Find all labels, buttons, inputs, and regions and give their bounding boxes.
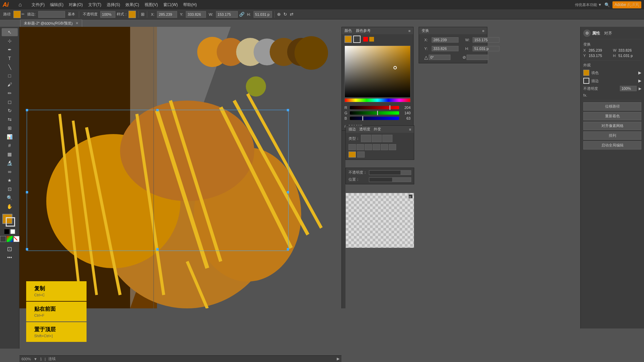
scroll-right-icon[interactable]: ▶ (337, 357, 339, 361)
props-opacity-input[interactable] (620, 86, 637, 91)
stroke-join-bevel[interactable] (389, 144, 396, 150)
btn-sort[interactable]: 排列 (583, 131, 641, 140)
menu-object[interactable]: 对象(O) (66, 1, 85, 8)
props-opacity-expand[interactable]: ▶ (639, 86, 641, 91)
position-slider[interactable] (369, 177, 411, 182)
artboard-icon[interactable]: ⊡ (7, 245, 12, 253)
flip-icon[interactable]: ⇄ (290, 12, 293, 17)
eraser-tool[interactable]: ◻ (2, 98, 18, 106)
preview-close-icon[interactable]: × (409, 194, 413, 198)
color-picker-cursor[interactable] (393, 66, 397, 69)
doc-close-btn[interactable]: ✕ (75, 21, 78, 25)
stroke-input[interactable] (38, 11, 65, 18)
opacity-input[interactable] (100, 11, 115, 18)
h-input[interactable] (254, 11, 272, 18)
color-stroke-swatch[interactable] (353, 36, 361, 43)
scale-tool[interactable]: ⊞ (2, 124, 18, 132)
fill-color-box[interactable] (13, 11, 21, 18)
context-paste-front-btn[interactable]: 贴在前面 Ctrl+F (26, 302, 87, 321)
rotate-tool[interactable]: ↻ (2, 107, 18, 115)
color-warn-icon[interactable] (363, 37, 368, 42)
context-copy-btn[interactable]: 复制 Ctrl+C (26, 281, 87, 301)
doc-tab[interactable]: 未标题-2* @ 600% ( RGB/预览 ) ✕ (20, 19, 82, 27)
brush-icon[interactable]: ✏ (21, 12, 24, 16)
pen-tool[interactable]: ✒ (2, 46, 18, 54)
stroke-align-right[interactable] (365, 144, 372, 150)
grid-icon[interactable]: ⊞ (141, 12, 145, 17)
style-swatch[interactable] (128, 11, 136, 18)
transform-icon[interactable]: ⊕ (277, 12, 281, 17)
props-stroke-expand[interactable]: ▶ (638, 78, 641, 83)
context-bring-front-btn[interactable]: 置于顶层 Shift+Ctrl+] (26, 322, 87, 342)
menu-edit[interactable]: 编辑(E) (47, 1, 66, 8)
angle-transform-input[interactable] (429, 55, 450, 60)
search-icon[interactable]: 🔍 (604, 2, 610, 7)
menu-effects[interactable]: 效果(C) (123, 1, 142, 8)
stroke-color-indicator[interactable] (348, 152, 356, 158)
more-tools-icon[interactable]: ••• (7, 255, 12, 260)
line-tool[interactable]: ╲ (2, 63, 18, 71)
shear-input[interactable] (467, 55, 488, 60)
type-tool[interactable]: T (2, 54, 18, 62)
artboard-tool[interactable]: ⊡ (2, 185, 18, 193)
color-spectrum-bar[interactable] (344, 98, 411, 102)
menu-view[interactable]: 视图(V) (142, 1, 161, 8)
menu-file[interactable]: 文件(F) (29, 1, 47, 8)
paintbrush-tool[interactable]: 🖌 (2, 80, 18, 88)
color-mode-icon[interactable] (0, 236, 6, 242)
y-transform-input[interactable] (432, 46, 459, 51)
btn-recolor[interactable]: 重新着色 (583, 112, 641, 120)
stroke-join-miter[interactable] (373, 144, 380, 150)
reflect-tool[interactable]: ⇆ (2, 115, 18, 123)
green-slider-thumb[interactable] (377, 111, 378, 115)
none-mode-icon[interactable] (13, 236, 19, 242)
select-tool[interactable]: ↖ (2, 28, 18, 36)
x-transform-input[interactable] (432, 37, 459, 43)
stroke-expand-btn[interactable] (357, 152, 365, 158)
y-coord-input[interactable] (186, 11, 206, 18)
stroke-type-dotted[interactable] (382, 135, 392, 142)
btn-move-path[interactable]: 位移路径 (583, 102, 641, 111)
menu-help[interactable]: 帮助(H) (180, 1, 200, 8)
color-panel-header[interactable]: 颜色 颜色参考 ≡ (342, 27, 413, 34)
zoom-tool[interactable]: 🔍 (2, 194, 18, 202)
none-swatch[interactable] (10, 229, 15, 234)
red-slider-thumb[interactable] (389, 105, 390, 110)
blue-slider-thumb[interactable] (362, 116, 363, 121)
stroke-join-round[interactable] (381, 144, 388, 150)
menu-text[interactable]: 文字(T) (86, 1, 104, 8)
stroke-align-center[interactable] (357, 144, 364, 150)
h-transform-input[interactable] (473, 46, 499, 51)
link-icon[interactable]: 🔗 (239, 12, 245, 17)
hand-tool[interactable]: ✋ (2, 202, 18, 210)
gradient-tool[interactable]: ▦ (2, 150, 18, 158)
stroke-type-dashed[interactable] (372, 135, 382, 142)
w-transform-input[interactable] (473, 37, 499, 43)
home-icon[interactable]: ⌂ (12, 1, 28, 9)
props-fill-swatch[interactable] (583, 70, 589, 76)
rotate-icon[interactable]: ↻ (283, 12, 287, 17)
gradient-mode-icon[interactable] (7, 236, 13, 242)
transform-menu-icon[interactable]: ≡ (482, 29, 484, 33)
opacity-slider[interactable] (369, 170, 411, 175)
props-settings-icon[interactable]: ⚙ (583, 29, 591, 37)
zoom-down-icon[interactable]: ▼ (34, 357, 37, 361)
symbol-tool[interactable]: ★ (2, 176, 18, 184)
blend-tool[interactable]: ∞ (2, 168, 18, 176)
stroke-swatch[interactable] (6, 217, 15, 227)
rect-tool[interactable]: □ (2, 72, 18, 80)
props-fill-expand[interactable]: ▶ (638, 70, 641, 75)
color-fill-swatch[interactable] (344, 36, 352, 43)
mesh-tool[interactable]: # (2, 141, 18, 149)
color-panel-menu-icon[interactable]: ≡ (409, 29, 411, 33)
green-slider[interactable] (350, 111, 399, 115)
stroke-type-solid[interactable] (361, 135, 371, 142)
menu-select[interactable]: 选择(S) (104, 1, 123, 8)
pencil-tool[interactable]: ✏ (2, 89, 18, 97)
graph-tool[interactable]: 📊 (2, 133, 18, 141)
transform-panel-header[interactable]: 变换 ≡ (419, 27, 487, 34)
color-gradient-picker[interactable] (344, 46, 411, 98)
stroke-align-left[interactable] (348, 144, 356, 150)
x-coord-input[interactable] (157, 11, 177, 18)
btn-align-pixel-grid[interactable]: 对齐像素网格 (583, 122, 641, 130)
